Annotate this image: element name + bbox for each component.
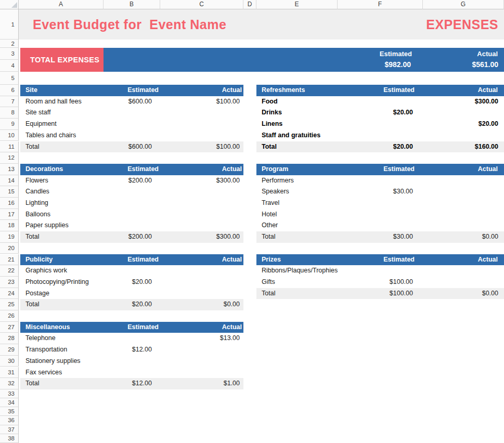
cell-label[interactable]: Performers (262, 175, 294, 187)
column-label-actual[interactable]: Actual (20, 254, 243, 266)
cell-estimated[interactable]: $12.00 (20, 344, 160, 356)
cell-label[interactable]: Hotel (262, 209, 277, 220)
section-header-miscellaneous[interactable]: MiscellaneousEstimatedActual (20, 322, 243, 333)
cell-estimated[interactable]: $30.00 (256, 186, 423, 198)
row-header-7[interactable]: 7 (0, 96, 19, 108)
cell-actual[interactable]: $1.00 (20, 378, 243, 389)
row-header-36[interactable]: 36 (0, 416, 19, 425)
cell-actual[interactable]: $100.00 (20, 141, 243, 153)
cell-label[interactable]: Travel (262, 198, 279, 209)
row-header-9[interactable]: 9 (0, 119, 19, 130)
cell-label[interactable]: Lighting (25, 198, 48, 209)
cell-label[interactable]: Tables and chairs (25, 130, 76, 141)
cell-label[interactable]: Other (262, 220, 278, 231)
total-estimated-value-cell[interactable]: $982.00 (384, 61, 411, 68)
row-header-12[interactable]: 12 (0, 152, 19, 164)
cell-actual[interactable]: $300.00 (20, 175, 243, 187)
row-header-32[interactable]: 32 (0, 378, 19, 389)
cell-estimated[interactable]: $20.00 (20, 277, 160, 288)
cell-actual[interactable]: $0.00 (256, 288, 504, 299)
cell-label[interactable]: Stationery supplies (25, 356, 81, 367)
column-header-a[interactable]: A (19, 0, 104, 9)
row-header-34[interactable]: 34 (0, 398, 19, 407)
total-actual-header-cell[interactable]: Actual (477, 50, 498, 58)
row-header-4[interactable]: 4 (0, 60, 19, 72)
row-header-16[interactable]: 16 (0, 198, 19, 209)
row-header-13[interactable]: 13 (0, 164, 19, 175)
section-header-decorations[interactable]: DecorationsEstimatedActual (20, 164, 243, 175)
section-header-publicity[interactable]: PublicityEstimatedActual (20, 254, 243, 266)
column-header-e[interactable]: E (256, 0, 338, 9)
row-header-24[interactable]: 24 (0, 288, 19, 299)
row-header-29[interactable]: 29 (0, 344, 19, 356)
row-header-20[interactable]: 20 (0, 243, 19, 254)
cell-label[interactable]: Equipment (25, 119, 57, 130)
section-header-prizes[interactable]: PrizesEstimatedActual (256, 254, 504, 266)
section-header-site[interactable]: SiteEstimatedActual (20, 85, 243, 96)
column-header-f[interactable]: F (338, 0, 423, 9)
row-header-15[interactable]: 15 (0, 186, 19, 198)
row-header-21[interactable]: 21 (0, 254, 19, 266)
expenses-badge-cell[interactable]: EXPENSES (426, 9, 498, 40)
cell-actual[interactable]: $0.00 (256, 231, 504, 243)
cell-label[interactable]: Balloons (25, 209, 50, 220)
cell-actual[interactable]: $160.00 (256, 141, 504, 153)
row-header-38[interactable]: 38 (0, 434, 19, 443)
cell-estimated[interactable]: $100.00 (256, 277, 423, 288)
row-header-35[interactable]: 35 (0, 407, 19, 416)
row-header-1[interactable]: 1 (0, 9, 19, 40)
cell-label[interactable]: Paper supplies (25, 220, 69, 231)
column-label-actual[interactable]: Actual (256, 254, 504, 266)
column-label-actual[interactable]: Actual (20, 85, 243, 96)
cell-label[interactable]: Candles (25, 186, 49, 198)
column-label-actual[interactable]: Actual (256, 85, 504, 96)
row-header-11[interactable]: 11 (0, 141, 19, 153)
select-all-corner[interactable] (0, 0, 19, 9)
total-estimated-header-cell[interactable]: Estimated (380, 50, 412, 58)
row-header-10[interactable]: 10 (0, 130, 19, 141)
row-header-31[interactable]: 31 (0, 367, 19, 379)
column-header-g[interactable]: G (423, 0, 504, 9)
workbook-title-cell[interactable]: Event Budget for Event Name (33, 9, 226, 40)
row-header-14[interactable]: 14 (0, 175, 19, 187)
row-header-2[interactable]: 2 (0, 40, 19, 48)
cell-label[interactable]: Postage (25, 288, 49, 299)
cell-actual[interactable]: $0.00 (20, 299, 243, 310)
row-header-23[interactable]: 23 (0, 277, 19, 288)
section-header-program[interactable]: ProgramEstimatedActual (256, 164, 504, 175)
column-label-actual[interactable]: Actual (20, 322, 243, 333)
cell-label[interactable]: Site staff (25, 107, 50, 119)
row-header-30[interactable]: 30 (0, 356, 19, 367)
section-header-refreshments[interactable]: RefreshmentsEstimatedActual (256, 85, 504, 96)
row-header-33[interactable]: 33 (0, 389, 19, 398)
row-header-5[interactable]: 5 (0, 72, 19, 85)
column-header-d[interactable]: D (243, 0, 256, 9)
cell-label[interactable]: Staff and gratuities (262, 130, 320, 141)
cell-label[interactable]: Fax services (25, 367, 62, 379)
column-header-b[interactable]: B (104, 0, 160, 9)
cell-label[interactable]: Graphics work (25, 265, 67, 277)
cell-estimated[interactable]: $20.00 (256, 107, 423, 119)
column-label-actual[interactable]: Actual (256, 164, 504, 175)
row-header-17[interactable]: 17 (0, 209, 19, 220)
row-header-37[interactable]: 37 (0, 425, 19, 434)
row-header-6[interactable]: 6 (0, 85, 19, 96)
row-header-3[interactable]: 3 (0, 48, 19, 60)
column-header-c[interactable]: C (160, 0, 243, 9)
row-header-26[interactable]: 26 (0, 310, 19, 322)
cell-actual[interactable]: $20.00 (256, 119, 504, 130)
cell-actual[interactable]: $100.00 (20, 96, 243, 108)
row-header-27[interactable]: 27 (0, 322, 19, 333)
row-header-22[interactable]: 22 (0, 265, 19, 277)
row-header-19[interactable]: 19 (0, 231, 19, 243)
column-label-actual[interactable]: Actual (20, 164, 243, 175)
row-header-8[interactable]: 8 (0, 107, 19, 119)
row-header-28[interactable]: 28 (0, 333, 19, 344)
cell-actual[interactable]: $13.00 (20, 333, 243, 344)
cell-actual[interactable]: $300.00 (256, 96, 504, 108)
cell-actual[interactable]: $300.00 (20, 231, 243, 243)
row-header-25[interactable]: 25 (0, 299, 19, 310)
total-expenses-label-cell[interactable]: TOTAL EXPENSES (20, 48, 104, 72)
total-actual-value-cell[interactable]: $561.00 (472, 61, 498, 68)
cell-label[interactable]: Ribbons/Plaques/Trophies (262, 265, 338, 277)
